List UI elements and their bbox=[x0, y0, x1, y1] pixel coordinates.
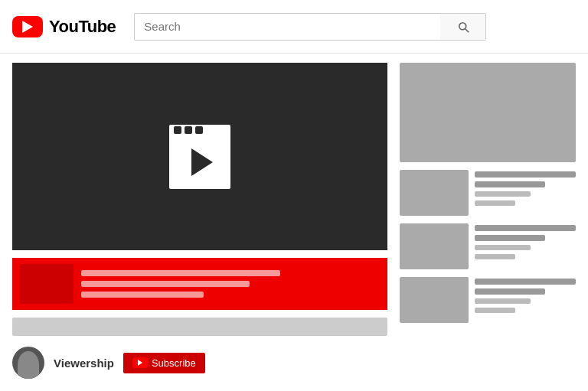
related-thumbnail-3 bbox=[400, 277, 469, 323]
related-info-1 bbox=[475, 170, 576, 206]
film-icon bbox=[169, 125, 230, 189]
avatar-figure bbox=[18, 351, 39, 379]
video-player[interactable] bbox=[12, 63, 387, 250]
related-meta-1b bbox=[475, 200, 515, 206]
search-input[interactable] bbox=[134, 13, 440, 41]
related-meta-3 bbox=[475, 298, 531, 304]
header: YouTube bbox=[0, 0, 588, 54]
related-item-3[interactable] bbox=[400, 277, 576, 323]
info-text-line-1 bbox=[81, 270, 280, 276]
right-column bbox=[400, 63, 576, 382]
channel-avatar bbox=[12, 347, 44, 379]
youtube-logo-icon bbox=[12, 16, 43, 37]
left-column: Viewership Subscribe bbox=[12, 63, 387, 382]
info-text-line-2 bbox=[81, 281, 250, 287]
video-title-bar bbox=[12, 318, 387, 336]
channel-info: Viewership Subscribe bbox=[12, 344, 387, 382]
info-thumbnail bbox=[20, 264, 74, 304]
related-meta-2 bbox=[475, 245, 531, 250]
related-meta-2b bbox=[475, 254, 515, 259]
main-content: Viewership Subscribe bbox=[0, 54, 588, 391]
related-item-2[interactable] bbox=[400, 223, 576, 269]
related-thumbnail-1 bbox=[400, 170, 469, 216]
related-title-1 bbox=[475, 171, 576, 178]
related-thumbnail-2 bbox=[400, 223, 469, 269]
search-container bbox=[134, 13, 486, 41]
related-info-3 bbox=[475, 277, 576, 313]
featured-thumbnail[interactable] bbox=[400, 63, 576, 162]
subscribe-label: Subscribe bbox=[152, 357, 196, 369]
logo-area: YouTube bbox=[12, 16, 116, 37]
channel-name: Viewership bbox=[54, 357, 114, 370]
film-notch bbox=[174, 126, 181, 134]
subscribe-youtube-icon bbox=[132, 357, 148, 368]
related-title-3b bbox=[475, 288, 545, 295]
logo-text: YouTube bbox=[49, 17, 116, 37]
film-strip bbox=[169, 125, 230, 135]
search-icon bbox=[456, 20, 470, 34]
related-title-1b bbox=[475, 181, 545, 187]
play-triangle-icon bbox=[191, 148, 213, 176]
subscribe-button[interactable]: Subscribe bbox=[123, 353, 205, 373]
film-notch bbox=[195, 126, 203, 134]
film-body bbox=[169, 135, 230, 189]
related-title-2 bbox=[475, 225, 576, 231]
video-info-bar bbox=[12, 258, 387, 310]
related-meta-3b bbox=[475, 308, 515, 313]
related-title-2b bbox=[475, 235, 545, 241]
related-meta-1 bbox=[475, 191, 531, 197]
search-button[interactable] bbox=[440, 13, 486, 41]
play-icon-wrap bbox=[169, 125, 230, 189]
related-title-3 bbox=[475, 279, 576, 285]
related-item-1[interactable] bbox=[400, 170, 576, 216]
info-text-block bbox=[81, 270, 280, 298]
related-info-2 bbox=[475, 223, 576, 259]
info-text-line-3 bbox=[81, 292, 204, 298]
film-notch bbox=[185, 126, 192, 134]
